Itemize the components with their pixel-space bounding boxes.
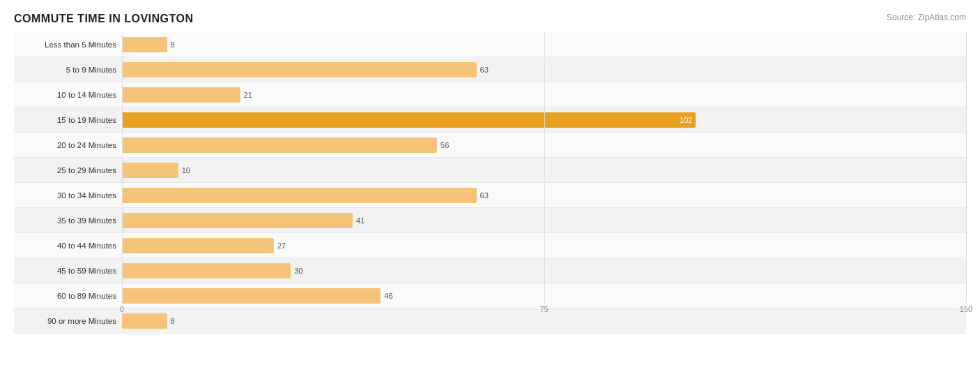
x-axis: 075150 [122, 305, 966, 319]
bar-rows: Less than 5 Minutes85 to 9 Minutes6310 t… [14, 32, 966, 303]
grid-line [966, 32, 967, 303]
chart-title: COMMUTE TIME IN LOVINGTON [14, 13, 194, 25]
x-axis-label: 75 [539, 305, 548, 313]
bar-area: 102 [122, 107, 966, 132]
source-text: Source: ZipAtlas.com [887, 13, 966, 22]
header-row: COMMUTE TIME IN LOVINGTON Source: ZipAtl… [14, 13, 966, 25]
x-axis-label: 150 [960, 305, 972, 313]
bar-value: 8 [171, 40, 175, 49]
bar-label: Less than 5 Minutes [14, 40, 122, 49]
bar: 102 [122, 112, 696, 128]
bar-value: 27 [277, 241, 286, 250]
bar [122, 288, 381, 304]
bar-row: 15 to 19 Minutes102 [14, 107, 966, 133]
bar-area: 10 [122, 158, 966, 182]
bar-value: 56 [441, 141, 449, 149]
bar-area: 41 [122, 208, 966, 232]
bar-label: 40 to 44 Minutes [14, 241, 122, 250]
bar-value: 10 [182, 166, 190, 174]
bar-label: 45 to 59 Minutes [14, 267, 122, 275]
bar-area: 8 [122, 32, 966, 57]
bar-label: 90 or more Minutes [14, 317, 122, 325]
bar-row: 30 to 34 Minutes63 [14, 183, 966, 208]
bar-value: 63 [480, 66, 489, 74]
bar-row: 5 to 9 Minutes63 [14, 57, 966, 82]
bar-label: 5 to 9 Minutes [14, 66, 122, 74]
bar-row: 40 to 44 Minutes27 [14, 233, 966, 258]
bar [122, 263, 291, 278]
bar [122, 238, 274, 253]
bar [122, 213, 353, 228]
bar-area: 46 [122, 283, 966, 308]
bar [122, 137, 437, 153]
bar-value: 30 [294, 267, 303, 275]
bar-label: 30 to 34 Minutes [14, 191, 122, 200]
bar [122, 62, 477, 77]
bar-label: 60 to 89 Minutes [14, 292, 122, 300]
bar-value: 63 [480, 191, 489, 200]
bar-area: 30 [122, 258, 966, 283]
bar [122, 163, 178, 178]
chart-body: Less than 5 Minutes85 to 9 Minutes6310 t… [14, 32, 966, 318]
bar-value: 41 [356, 216, 365, 225]
bar-row: 35 to 39 Minutes41 [14, 208, 966, 233]
bar-label: 35 to 39 Minutes [14, 216, 122, 225]
bar [122, 37, 167, 52]
bar-label: 10 to 14 Minutes [14, 91, 122, 99]
bar-row: Less than 5 Minutes8 [14, 32, 966, 57]
bar-label: 25 to 29 Minutes [14, 166, 122, 174]
bar [122, 87, 240, 103]
x-axis-label: 0 [120, 305, 124, 313]
bar-row: 45 to 59 Minutes30 [14, 258, 966, 283]
bar-row: 10 to 14 Minutes21 [14, 82, 966, 107]
bar-area: 21 [122, 82, 966, 107]
bar-value: 46 [384, 292, 392, 300]
bar-area: 63 [122, 183, 966, 207]
bar-row: 20 to 24 Minutes56 [14, 133, 966, 158]
bar-area: 63 [122, 57, 966, 82]
bar-row: 25 to 29 Minutes10 [14, 158, 966, 183]
chart-container: COMMUTE TIME IN LOVINGTON Source: ZipAtl… [0, 0, 980, 365]
bar-label: 15 to 19 Minutes [14, 116, 122, 124]
bar-area: 27 [122, 233, 966, 258]
bar-value: 21 [244, 91, 252, 99]
bar-label: 20 to 24 Minutes [14, 141, 122, 149]
bar [122, 188, 477, 203]
bar-area: 56 [122, 133, 966, 157]
bar-value: 102 [680, 116, 692, 124]
